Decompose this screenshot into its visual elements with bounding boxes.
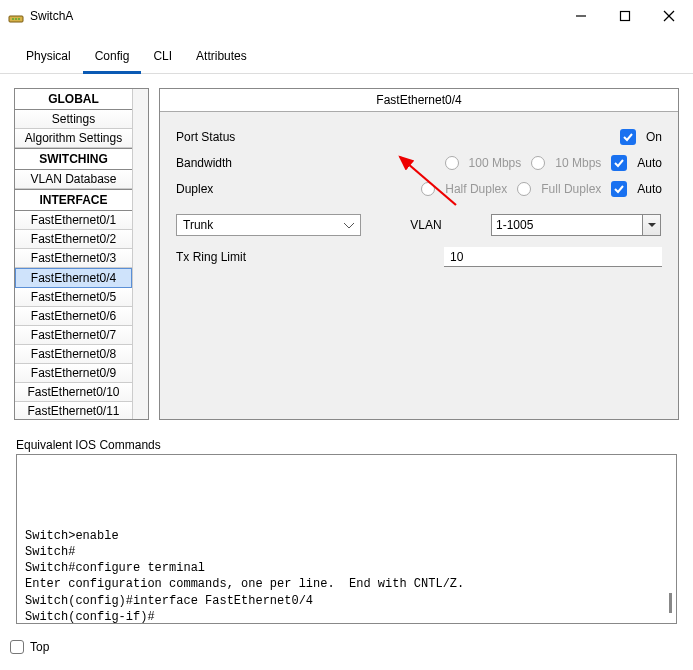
duplex-half-radio[interactable] [421, 182, 435, 196]
tab-bar: Physical Config CLI Attributes [0, 32, 693, 74]
sidebar-item-fe0-7[interactable]: FastEthernet0/7 [15, 326, 132, 345]
sidebar-item-algorithm-settings[interactable]: Algorithm Settings [15, 129, 132, 148]
sidebar-item-fe0-2[interactable]: FastEthernet0/2 [15, 230, 132, 249]
footer: Top [0, 634, 693, 660]
sidebar-item-fe0-3[interactable]: FastEthernet0/3 [15, 249, 132, 268]
vlan-dropdown-button[interactable] [642, 215, 660, 235]
duplex-auto-checkbox[interactable] [611, 181, 627, 197]
ios-commands-label: Equivalent IOS Commands [0, 434, 693, 454]
svg-point-1 [12, 18, 14, 20]
tab-physical[interactable]: Physical [14, 43, 83, 74]
port-mode-select[interactable]: Trunk [176, 214, 361, 236]
config-panel: FastEthernet0/4 Port Status On Bandwidth… [159, 88, 679, 420]
bandwidth-10-label: 10 Mbps [555, 156, 601, 170]
vlan-value: 1-1005 [496, 218, 533, 232]
svg-rect-5 [621, 12, 630, 21]
bandwidth-auto-checkbox[interactable] [611, 155, 627, 171]
duplex-label: Duplex [176, 182, 296, 196]
duplex-auto-label: Auto [637, 182, 662, 196]
port-mode-value: Trunk [183, 218, 213, 232]
top-checkbox[interactable] [10, 640, 24, 654]
txring-value: 10 [450, 250, 463, 264]
bandwidth-100-label: 100 Mbps [469, 156, 522, 170]
duplex-half-label: Half Duplex [445, 182, 507, 196]
ios-scroll-indicator [669, 593, 672, 613]
sidebar-item-settings[interactable]: Settings [15, 110, 132, 129]
bandwidth-label: Bandwidth [176, 156, 296, 170]
port-status-label: Port Status [176, 130, 296, 144]
sidebar-item-fe0-9[interactable]: FastEthernet0/9 [15, 364, 132, 383]
sidebar-item-fe0-5[interactable]: FastEthernet0/5 [15, 288, 132, 307]
vlan-input[interactable]: 1-1005 [491, 214, 661, 236]
maximize-button[interactable] [603, 1, 647, 31]
app-icon [8, 8, 24, 24]
txring-label: Tx Ring Limit [176, 250, 436, 264]
ios-commands-output[interactable]: Switch>enable Switch# Switch#configure t… [16, 454, 677, 624]
sidebar-header-global: GLOBAL [15, 89, 132, 110]
sidebar-item-fe0-10[interactable]: FastEthernet0/10 [15, 383, 132, 402]
txring-input[interactable]: 10 [444, 247, 662, 267]
bandwidth-auto-label: Auto [637, 156, 662, 170]
sidebar-item-fe0-1[interactable]: FastEthernet0/1 [15, 211, 132, 230]
panel-title: FastEthernet0/4 [160, 89, 678, 112]
bandwidth-100-radio[interactable] [445, 156, 459, 170]
sidebar-header-interface: INTERFACE [15, 189, 132, 211]
minimize-button[interactable] [559, 1, 603, 31]
sidebar-scrollbar[interactable] [132, 89, 148, 419]
sidebar-item-vlan-database[interactable]: VLAN Database [15, 170, 132, 189]
vlan-label: VLAN [391, 218, 461, 232]
titlebar: SwitchA [0, 0, 693, 32]
sidebar: GLOBAL Settings Algorithm Settings SWITC… [14, 88, 149, 420]
top-label: Top [30, 640, 49, 654]
tab-attributes[interactable]: Attributes [184, 43, 259, 74]
sidebar-item-fe0-4[interactable]: FastEthernet0/4 [15, 268, 132, 288]
sidebar-header-switching: SWITCHING [15, 148, 132, 170]
sidebar-item-fe0-8[interactable]: FastEthernet0/8 [15, 345, 132, 364]
close-button[interactable] [647, 1, 691, 31]
ios-text: Switch>enable Switch# Switch#configure t… [25, 529, 464, 624]
bandwidth-10-radio[interactable] [531, 156, 545, 170]
duplex-full-radio[interactable] [517, 182, 531, 196]
tab-config[interactable]: Config [83, 43, 142, 74]
window-title: SwitchA [30, 9, 559, 23]
svg-point-2 [15, 18, 17, 20]
sidebar-item-fe0-11[interactable]: FastEthernet0/11 [15, 402, 132, 419]
tab-cli[interactable]: CLI [141, 43, 184, 74]
chevron-down-icon [344, 218, 354, 232]
svg-point-3 [18, 18, 20, 20]
port-status-on-label: On [646, 130, 662, 144]
duplex-full-label: Full Duplex [541, 182, 601, 196]
sidebar-item-fe0-6[interactable]: FastEthernet0/6 [15, 307, 132, 326]
port-status-checkbox[interactable] [620, 129, 636, 145]
